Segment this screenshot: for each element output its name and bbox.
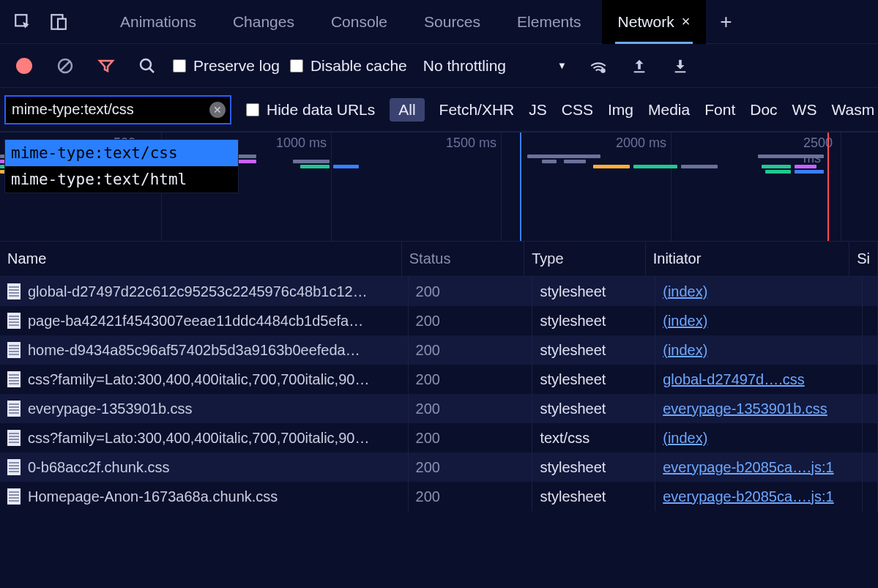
- filter-chip-wasm[interactable]: Wasm: [831, 101, 874, 119]
- file-icon: [7, 430, 21, 446]
- initiator-link[interactable]: (index): [663, 283, 707, 300]
- preserve-log-checkbox[interactable]: Preserve log: [173, 57, 280, 75]
- cell-size: [863, 335, 878, 365]
- hide-data-urls-checkbox[interactable]: Hide data URLs: [246, 101, 375, 119]
- cell-name: home-d9434a85c96af57402b5d3a9163b0eefeda…: [0, 335, 409, 365]
- cell-type: text/css: [532, 423, 655, 453]
- filter-chip-js[interactable]: JS: [529, 101, 547, 119]
- filter-chip-img[interactable]: Img: [608, 101, 633, 119]
- cell-initiator: everypage-b2085ca….js:1: [655, 453, 863, 482]
- timeline-tick: 1000 ms: [276, 135, 331, 151]
- tab-network[interactable]: Network ×: [602, 0, 707, 44]
- tab-network-label: Network: [618, 13, 674, 31]
- search-icon[interactable]: [132, 51, 163, 81]
- filter-icon[interactable]: [91, 51, 122, 81]
- tab-elements[interactable]: Elements: [501, 0, 598, 44]
- cell-initiator: everypage-1353901b.css: [655, 394, 863, 423]
- svg-point-5: [600, 68, 606, 73]
- filter-bar: ✕ mime-type:text/css mime-type:text/html…: [0, 88, 878, 132]
- cell-initiator: global-d27497d….css: [655, 365, 863, 394]
- filter-input[interactable]: [4, 95, 231, 124]
- file-icon: [7, 313, 21, 329]
- filter-chip-css[interactable]: CSS: [562, 101, 593, 119]
- filter-input-wrap: ✕ mime-type:text/css mime-type:text/html: [4, 95, 231, 124]
- cell-type: stylesheet: [532, 365, 655, 394]
- add-tab-icon[interactable]: +: [710, 7, 741, 37]
- cell-size: [863, 306, 878, 335]
- chevron-down-icon: ▼: [557, 60, 567, 71]
- filter-chip-fetchxhr[interactable]: Fetch/XHR: [439, 101, 515, 119]
- col-size[interactable]: Si: [849, 242, 878, 276]
- throttling-value: No throttling: [423, 57, 506, 75]
- file-icon: [7, 283, 21, 299]
- initiator-link[interactable]: everypage-b2085ca….js:1: [663, 488, 833, 505]
- filter-autocomplete: mime-type:text/css mime-type:text/html: [4, 139, 239, 193]
- svg-point-4: [141, 59, 151, 70]
- col-initiator[interactable]: Initiator: [646, 242, 850, 276]
- devtools-tabs: Animations Changes Console Sources Eleme…: [0, 0, 878, 44]
- initiator-link[interactable]: everypage-b2085ca….js:1: [663, 459, 833, 476]
- col-type[interactable]: Type: [524, 242, 645, 276]
- cell-size: [863, 453, 878, 482]
- initiator-link[interactable]: (index): [663, 342, 707, 359]
- cell-type: stylesheet: [532, 394, 655, 423]
- tab-sources[interactable]: Sources: [408, 0, 496, 44]
- initiator-link[interactable]: global-d27497d….css: [663, 371, 804, 388]
- col-name[interactable]: Name: [0, 242, 402, 276]
- filter-chip-all[interactable]: All: [390, 98, 424, 122]
- table-row[interactable]: 0-b68acc2f.chunk.css200stylesheeteverypa…: [0, 453, 878, 482]
- file-icon: [7, 342, 21, 358]
- cell-status: 200: [409, 335, 533, 365]
- throttling-select[interactable]: No throttling ▼: [417, 57, 573, 75]
- table-row[interactable]: css?family=Lato:300,400,400italic,700,70…: [0, 423, 878, 453]
- download-har-icon[interactable]: [665, 51, 696, 81]
- tab-changes[interactable]: Changes: [217, 0, 310, 44]
- cell-name: page-ba42421f4543007eeae11ddc4484cb1d5ef…: [0, 306, 409, 335]
- disable-cache-checkbox[interactable]: Disable cache: [290, 57, 407, 75]
- cell-name: Homepage-Anon-1673a68a.chunk.css: [0, 482, 409, 511]
- table-row[interactable]: home-d9434a85c96af57402b5d3a9163b0eefeda…: [0, 335, 878, 365]
- inspect-element-icon[interactable]: [7, 7, 38, 37]
- tab-animations[interactable]: Animations: [104, 0, 212, 44]
- filter-chip-font[interactable]: Font: [704, 101, 735, 119]
- upload-har-icon[interactable]: [624, 51, 655, 81]
- cell-size: [863, 277, 878, 306]
- cell-initiator: (index): [655, 306, 863, 335]
- tab-console[interactable]: Console: [315, 0, 403, 44]
- cell-size: [863, 394, 878, 423]
- table-row[interactable]: css?family=Lato:300,400,400italic,700,70…: [0, 365, 878, 394]
- clear-icon[interactable]: [50, 51, 81, 81]
- cell-initiator: (index): [655, 277, 863, 306]
- timeline-tick: 2000 ms: [616, 135, 671, 151]
- table-row[interactable]: page-ba42421f4543007eeae11ddc4484cb1d5ef…: [0, 306, 878, 335]
- autocomplete-item[interactable]: mime-type:text/html: [5, 166, 238, 193]
- col-status[interactable]: Status: [402, 242, 524, 276]
- record-button[interactable]: [9, 51, 40, 81]
- table-row[interactable]: Homepage-Anon-1673a68a.chunk.css200style…: [0, 482, 878, 511]
- table-body: global-d27497d22c612c95253c2245976c48b1c…: [0, 277, 878, 511]
- cell-status: 200: [409, 423, 533, 453]
- file-icon: [7, 488, 21, 505]
- cell-type: stylesheet: [532, 482, 655, 511]
- svg-rect-2: [58, 18, 66, 29]
- clear-filter-icon[interactable]: ✕: [209, 102, 226, 118]
- cell-type: stylesheet: [532, 335, 655, 365]
- filter-chip-ws[interactable]: WS: [792, 101, 817, 119]
- autocomplete-item[interactable]: mime-type:text/css: [5, 140, 238, 166]
- filter-chip-media[interactable]: Media: [648, 101, 690, 119]
- network-conditions-icon[interactable]: [583, 51, 614, 81]
- table-row[interactable]: global-d27497d22c612c95253c2245976c48b1c…: [0, 277, 878, 306]
- initiator-link[interactable]: (index): [663, 430, 707, 447]
- initiator-link[interactable]: everypage-1353901b.css: [663, 401, 827, 417]
- cell-size: [863, 482, 878, 511]
- table-row[interactable]: everypage-1353901b.css200stylesheetevery…: [0, 394, 878, 423]
- initiator-link[interactable]: (index): [663, 313, 707, 330]
- hide-data-urls-label: Hide data URLs: [267, 101, 375, 119]
- filter-chip-doc[interactable]: Doc: [750, 101, 777, 119]
- device-toggle-icon[interactable]: [42, 7, 73, 37]
- cell-name: css?family=Lato:300,400,400italic,700,70…: [0, 365, 409, 394]
- cell-type: stylesheet: [532, 306, 655, 335]
- cell-type: stylesheet: [532, 453, 655, 482]
- close-icon[interactable]: ×: [682, 13, 691, 30]
- cell-name: css?family=Lato:300,400,400italic,700,70…: [0, 423, 409, 453]
